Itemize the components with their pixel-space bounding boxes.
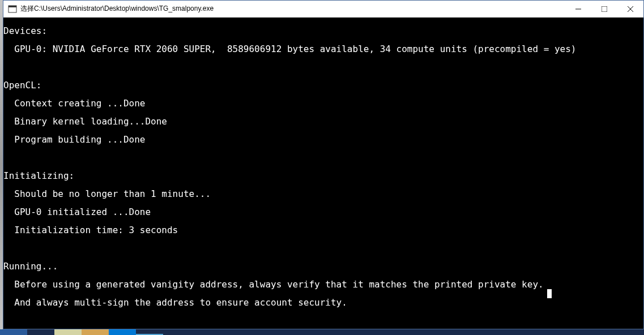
taskbar-item[interactable] (109, 329, 136, 335)
console-line: Initialization time: 3 seconds (3, 226, 643, 235)
taskbar-item[interactable] (0, 329, 27, 335)
console-line: GPU-0 initialized ...Done (3, 208, 643, 217)
console-line: Before using a generated vanigity addres… (3, 280, 643, 289)
console-line (3, 63, 643, 72)
console-line: Program building ...Done (3, 135, 643, 144)
console-line: OpenCL: (3, 81, 643, 90)
window-controls (565, 1, 643, 17)
close-button[interactable] (617, 1, 643, 17)
text-cursor (547, 289, 552, 298)
console-line: GPU-0: NVIDIA GeForce RTX 2060 SUPER, 85… (3, 45, 643, 54)
svg-rect-3 (602, 6, 607, 12)
console-line: Devices: (3, 27, 643, 36)
taskbar-item[interactable] (82, 329, 109, 335)
console-line (3, 153, 643, 162)
taskbar-item[interactable] (136, 329, 163, 335)
titlebar[interactable]: 选择C:\Users\Administrator\Desktop\windows… (3, 1, 643, 18)
console-line: And always multi-sign the address to ens… (3, 298, 643, 307)
console-window: 选择C:\Users\Administrator\Desktop\windows… (3, 0, 644, 329)
svg-rect-1 (8, 6, 16, 7)
minimize-button[interactable] (565, 1, 591, 17)
app-icon (8, 5, 17, 14)
console-line: Initializing: (3, 171, 643, 181)
console-output[interactable]: Devices: GPU-0: NVIDIA GeForce RTX 2060 … (3, 18, 643, 329)
console-line (3, 316, 643, 325)
maximize-button[interactable] (591, 1, 617, 17)
window-title: 选择C:\Users\Administrator\Desktop\windows… (20, 4, 565, 14)
taskbar[interactable] (0, 329, 644, 335)
console-line: Should be no longer than 1 minute... (3, 190, 643, 199)
console-line: Context creating ...Done (3, 99, 643, 108)
taskbar-item[interactable] (27, 329, 54, 335)
console-line (3, 244, 643, 253)
console-line: Binary kernel loading...Done (3, 117, 643, 126)
console-line: Running... (3, 262, 643, 271)
taskbar-item[interactable] (54, 329, 82, 335)
